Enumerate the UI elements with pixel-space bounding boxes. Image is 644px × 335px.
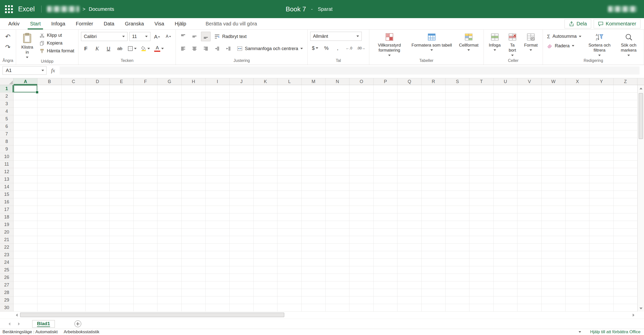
cell-Z29[interactable] [614,296,637,304]
cell-J9[interactable] [230,145,254,153]
select-all-button[interactable] [0,78,14,85]
align-middle-button[interactable] [190,32,199,41]
cell-U10[interactable] [494,153,517,161]
add-sheet-button[interactable] [74,320,81,327]
cell-F25[interactable] [134,266,157,274]
font-size-select[interactable]: 11 [129,32,150,41]
cell-N3[interactable] [326,100,349,108]
cell-U27[interactable] [494,281,517,289]
cell-H14[interactable] [182,183,206,191]
cell-D18[interactable] [86,213,109,221]
cell-U4[interactable] [494,108,517,115]
cell-D1[interactable] [86,85,109,93]
cell-L22[interactable] [277,244,301,251]
cell-X23[interactable] [566,251,589,259]
cell-J10[interactable] [230,153,254,161]
cell-N2[interactable] [326,93,349,100]
cell-N24[interactable] [326,259,349,266]
cell-Q28[interactable] [397,289,421,296]
cell-C25[interactable] [62,266,86,274]
cell-S5[interactable] [446,115,469,123]
cell-R4[interactable] [422,108,446,115]
cell-Z30[interactable] [614,304,637,312]
cell-U14[interactable] [494,183,517,191]
cell-P13[interactable] [374,176,397,183]
cell-D6[interactable] [86,123,109,130]
column-header-U[interactable]: U [494,78,517,85]
cell-U25[interactable] [494,266,517,274]
cell-I26[interactable] [206,274,229,281]
cell-F13[interactable] [134,176,157,183]
calc-mode-status[interactable]: Beräkningsläge : Automatiskt [3,329,58,334]
increase-font-size-button[interactable]: A [152,32,162,41]
cell-K25[interactable] [254,266,277,274]
cell-O29[interactable] [349,296,373,304]
cell-Z2[interactable] [614,93,637,100]
cell-J20[interactable] [230,229,254,236]
cell-G17[interactable] [157,206,181,213]
row-header-29[interactable]: 29 [0,296,14,304]
cell-K18[interactable] [254,213,277,221]
cell-K17[interactable] [254,206,277,213]
row-header-21[interactable]: 21 [0,236,14,244]
cell-T27[interactable] [469,281,493,289]
cell-H15[interactable] [182,191,206,198]
cell-Q19[interactable] [397,221,421,229]
cell-W4[interactable] [542,108,566,115]
cell-K28[interactable] [254,289,277,296]
cell-J8[interactable] [230,138,254,145]
cell-X12[interactable] [566,168,589,176]
cell-C12[interactable] [62,168,86,176]
cell-Z1[interactable] [614,85,637,93]
cell-K29[interactable] [254,296,277,304]
cell-J21[interactable] [230,236,254,244]
align-center-button[interactable] [190,44,199,53]
cell-W22[interactable] [542,244,566,251]
cell-S2[interactable] [446,93,469,100]
scroll-right-button[interactable] [630,312,636,319]
row-header-10[interactable]: 10 [0,153,14,161]
cell-X6[interactable] [566,123,589,130]
cell-R16[interactable] [422,198,446,206]
cell-C22[interactable] [62,244,86,251]
cell-T23[interactable] [469,251,493,259]
cell-X13[interactable] [566,176,589,183]
share-button[interactable]: Dela [565,19,591,28]
row-header-28[interactable]: 28 [0,289,14,296]
cell-I16[interactable] [206,198,229,206]
cell-L27[interactable] [277,281,301,289]
cell-C23[interactable] [62,251,86,259]
cell-N18[interactable] [326,213,349,221]
cell-J24[interactable] [230,259,254,266]
cell-N12[interactable] [326,168,349,176]
cell-Y19[interactable] [589,221,613,229]
cell-I21[interactable] [206,236,229,244]
cell-W27[interactable] [542,281,566,289]
cell-E18[interactable] [110,213,134,221]
cell-S17[interactable] [446,206,469,213]
cell-V1[interactable] [517,85,541,93]
cell-G27[interactable] [157,281,181,289]
row-header-15[interactable]: 15 [0,191,14,198]
cell-U2[interactable] [494,93,517,100]
cell-Q5[interactable] [397,115,421,123]
help-improve-link[interactable]: Hjälp till att förbättra Office [590,329,640,334]
cell-A10[interactable] [14,153,37,161]
cell-C8[interactable] [62,138,86,145]
cell-Y28[interactable] [589,289,613,296]
breadcrumb-documents[interactable]: Documents [89,6,114,12]
column-header-K[interactable]: K [254,78,277,85]
column-header-B[interactable]: B [37,78,61,85]
cell-U29[interactable] [494,296,517,304]
cell-B26[interactable] [37,274,61,281]
cell-K22[interactable] [254,244,277,251]
cell-S10[interactable] [446,153,469,161]
cell-X28[interactable] [566,289,589,296]
cell-Z23[interactable] [614,251,637,259]
cell-D10[interactable] [86,153,109,161]
cell-I9[interactable] [206,145,229,153]
cell-L14[interactable] [277,183,301,191]
cell-F10[interactable] [134,153,157,161]
cell-W29[interactable] [542,296,566,304]
cell-E7[interactable] [110,130,134,138]
